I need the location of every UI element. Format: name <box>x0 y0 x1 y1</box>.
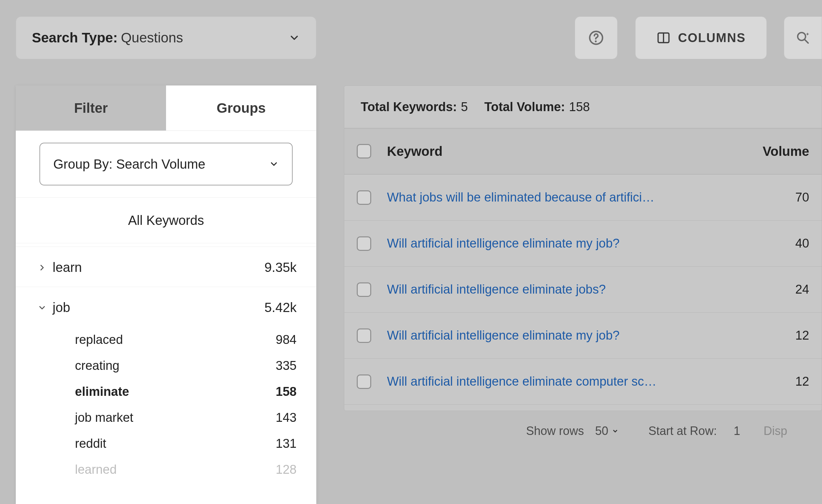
group-child-label: eliminate <box>75 385 129 399</box>
group-child-count: 158 <box>276 385 297 399</box>
chevron-down-icon <box>288 32 300 44</box>
group-by-select[interactable]: Group By: Search Volume <box>39 143 293 185</box>
chevron-down-icon <box>35 303 49 312</box>
keyword-link[interactable]: Will artificial intelligence eliminate c… <box>387 375 743 389</box>
table-row: Will artificial intelligence eliminate m… <box>344 220 822 267</box>
volume-value: 70 <box>743 190 809 204</box>
total-volume-value: 158 <box>569 100 590 114</box>
row-checkbox[interactable] <box>357 329 371 343</box>
group-label: job <box>53 300 70 315</box>
group-child-label: creating <box>75 359 119 373</box>
table-pager: Show rows 50 Start at Row: 1 Disp <box>526 424 787 438</box>
group-by-label: Group By: Search Volume <box>53 157 205 172</box>
group-count: 5.42k <box>264 300 297 315</box>
group-child-row[interactable]: eliminate158 <box>16 379 316 405</box>
keywords-table-panel: Total Keywords: 5 Total Volume: 158 Keyw… <box>344 85 822 411</box>
group-child-row[interactable]: learned128 <box>16 457 316 483</box>
group-count: 9.35k <box>264 260 297 275</box>
columns-label: COLUMNS <box>678 31 746 45</box>
svg-line-5 <box>805 39 808 43</box>
tab-filter[interactable]: Filter <box>16 85 166 130</box>
help-icon <box>587 29 605 46</box>
total-keywords-value: 5 <box>461 100 468 114</box>
start-at-row-label: Start at Row: <box>649 424 717 438</box>
volume-value: 24 <box>743 283 809 297</box>
search-type-dropdown[interactable]: Search Type: Questions <box>16 16 316 59</box>
group-row[interactable]: job5.42k <box>16 287 316 327</box>
volume-value: 40 <box>743 236 809 250</box>
row-checkbox[interactable] <box>357 190 371 205</box>
panel-tabs: Filter Groups <box>16 85 316 131</box>
displaying-label: Disp <box>764 424 787 438</box>
start-at-row-input[interactable]: 1 <box>723 424 751 438</box>
group-child-label: learned <box>75 463 117 477</box>
columns-button[interactable]: COLUMNS <box>635 16 767 59</box>
table-row: What jobs will be eliminated because of … <box>344 174 822 220</box>
group-child-label: replaced <box>75 333 123 347</box>
total-volume-label: Total Volume: <box>484 100 565 114</box>
volume-value: 12 <box>743 375 809 389</box>
column-header-keyword[interactable]: Keyword <box>387 144 743 159</box>
column-header-volume[interactable]: Volume <box>743 144 809 159</box>
svg-point-1 <box>595 40 597 42</box>
show-rows-value: 50 <box>595 424 608 438</box>
tab-groups[interactable]: Groups <box>166 85 316 130</box>
group-child-row[interactable]: reddit131 <box>16 431 316 457</box>
total-keywords-label: Total Keywords: <box>361 100 457 114</box>
group-child-row[interactable]: replaced984 <box>16 327 316 353</box>
volume-value: 12 <box>743 329 809 343</box>
row-checkbox[interactable] <box>357 236 371 251</box>
groups-panel: Filter Groups Group By: Search Volume Al… <box>16 85 316 504</box>
search-type-label: Search Type: <box>32 30 118 46</box>
keyword-group-tree: learn9.35kjob5.42kreplaced984creating335… <box>16 243 316 483</box>
chevron-down-icon <box>269 159 279 169</box>
group-child-count: 143 <box>276 411 297 425</box>
table-header-row: Keyword Volume <box>344 128 822 174</box>
totals-bar: Total Keywords: 5 Total Volume: 158 <box>344 86 822 128</box>
row-checkbox[interactable] <box>357 375 371 389</box>
keyword-link[interactable]: What jobs will be eliminated because of … <box>387 190 743 204</box>
search-type-value: Questions <box>121 30 183 46</box>
group-child-count: 335 <box>276 359 297 373</box>
group-child-label: reddit <box>75 437 106 451</box>
keyword-link[interactable]: Will artificial intelligence eliminate j… <box>387 283 743 297</box>
keyword-magic-button[interactable] <box>784 16 822 59</box>
table-row: Will artificial intelligence eliminate j… <box>344 267 822 313</box>
chevron-right-icon <box>35 263 49 272</box>
group-child-row[interactable]: job market143 <box>16 405 316 431</box>
show-rows-select[interactable]: 50 <box>590 424 636 438</box>
all-keywords-button[interactable]: All Keywords <box>16 197 316 243</box>
group-label: learn <box>53 260 82 275</box>
help-button[interactable] <box>575 16 618 59</box>
group-row[interactable]: learn9.35k <box>16 246 316 287</box>
keyword-link[interactable]: Will artificial intelligence eliminate m… <box>387 236 743 250</box>
keyword-link[interactable]: Will artificial intelligence eliminate m… <box>387 329 743 343</box>
group-child-label: job market <box>75 411 133 425</box>
show-rows-label: Show rows <box>526 424 584 438</box>
group-child-row[interactable]: creating335 <box>16 353 316 379</box>
columns-icon <box>656 31 671 45</box>
group-child-count: 984 <box>276 333 297 347</box>
chevron-down-icon <box>611 427 619 435</box>
group-child-count: 131 <box>276 437 297 451</box>
table-row: Will artificial intelligence eliminate m… <box>344 313 822 359</box>
group-child-count: 128 <box>276 463 297 477</box>
select-all-checkbox[interactable] <box>357 144 371 158</box>
magic-icon <box>795 30 811 46</box>
table-row: Will artificial intelligence eliminate c… <box>344 359 822 405</box>
row-checkbox[interactable] <box>357 283 371 297</box>
